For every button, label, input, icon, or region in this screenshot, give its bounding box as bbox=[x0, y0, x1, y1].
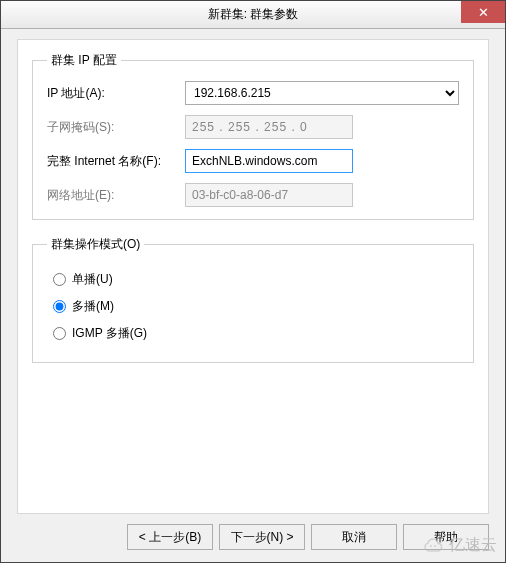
radio-unicast-label: 单播(U) bbox=[72, 271, 113, 288]
radio-multicast-input[interactable] bbox=[53, 300, 66, 313]
radio-unicast-input[interactable] bbox=[53, 273, 66, 286]
row-fqdn: 完整 Internet 名称(F): bbox=[47, 149, 459, 173]
row-subnet: 子网掩码(S): 255 . 255 . 255 . 0 bbox=[47, 115, 459, 139]
cluster-ip-legend: 群集 IP 配置 bbox=[47, 52, 121, 69]
radio-igmp-input[interactable] bbox=[53, 327, 66, 340]
next-button[interactable]: 下一步(N) > bbox=[219, 524, 305, 550]
cluster-mode-group: 群集操作模式(O) 单播(U) 多播(M) IGMP 多播(G) bbox=[32, 236, 474, 363]
mac-label: 网络地址(E): bbox=[47, 187, 185, 204]
close-icon: ✕ bbox=[478, 5, 489, 20]
fqdn-label: 完整 Internet 名称(F): bbox=[47, 153, 185, 170]
help-button[interactable]: 帮助 bbox=[403, 524, 489, 550]
button-row: < 上一步(B) 下一步(N) > 取消 帮助 bbox=[17, 514, 489, 562]
row-ip: IP 地址(A): 192.168.6.215 bbox=[47, 81, 459, 105]
cancel-button[interactable]: 取消 bbox=[311, 524, 397, 550]
fqdn-input[interactable] bbox=[185, 149, 353, 173]
subnet-label: 子网掩码(S): bbox=[47, 119, 185, 136]
ip-combo[interactable]: 192.168.6.215 bbox=[185, 81, 459, 105]
back-button[interactable]: < 上一步(B) bbox=[127, 524, 213, 550]
content-area: 群集 IP 配置 IP 地址(A): 192.168.6.215 子网掩码(S)… bbox=[1, 29, 505, 562]
radio-multicast-label: 多播(M) bbox=[72, 298, 114, 315]
radio-multicast[interactable]: 多播(M) bbox=[53, 298, 459, 315]
close-button[interactable]: ✕ bbox=[461, 1, 505, 23]
main-panel: 群集 IP 配置 IP 地址(A): 192.168.6.215 子网掩码(S)… bbox=[17, 39, 489, 514]
ip-label: IP 地址(A): bbox=[47, 85, 185, 102]
window-title: 新群集: 群集参数 bbox=[208, 6, 299, 23]
radio-igmp[interactable]: IGMP 多播(G) bbox=[53, 325, 459, 342]
cluster-ip-group: 群集 IP 配置 IP 地址(A): 192.168.6.215 子网掩码(S)… bbox=[32, 52, 474, 220]
radio-igmp-label: IGMP 多播(G) bbox=[72, 325, 147, 342]
cluster-mode-legend: 群集操作模式(O) bbox=[47, 236, 144, 253]
title-bar: 新群集: 群集参数 ✕ bbox=[1, 1, 505, 29]
mac-value: 03-bf-c0-a8-06-d7 bbox=[185, 183, 353, 207]
subnet-value: 255 . 255 . 255 . 0 bbox=[185, 115, 353, 139]
radio-unicast[interactable]: 单播(U) bbox=[53, 271, 459, 288]
row-mac: 网络地址(E): 03-bf-c0-a8-06-d7 bbox=[47, 183, 459, 207]
